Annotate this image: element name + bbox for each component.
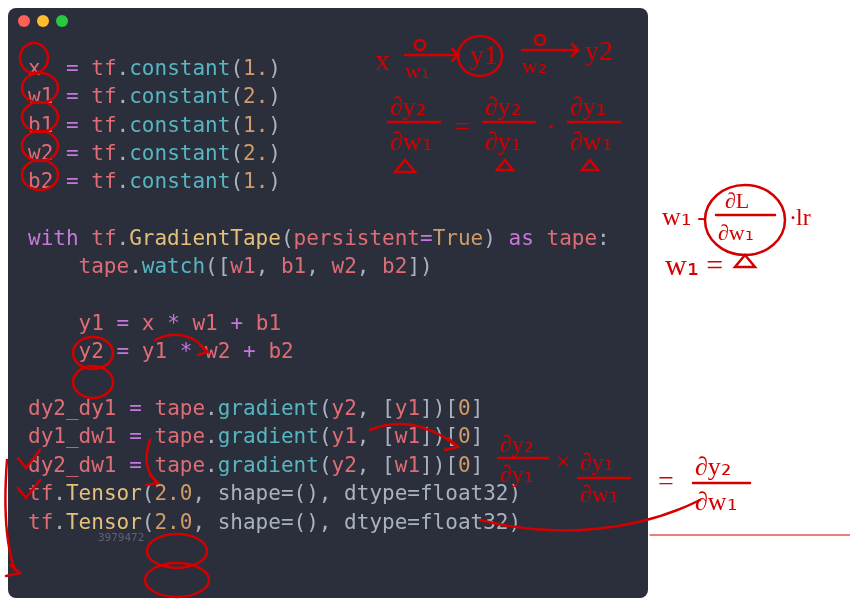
tensor-val-1: 2.0 [154,481,192,505]
svg-text:w₁ -: w₁ - [662,202,706,231]
var-w2: w2 [28,141,53,165]
zoom-icon[interactable] [56,15,68,27]
svg-point-27 [705,185,785,255]
close-icon[interactable] [18,15,30,27]
var-x: x [28,56,41,80]
svg-text:=: = [658,465,674,496]
code-block: x = tf.constant(1.) w1 = tf.constant(2.)… [8,34,648,574]
titlebar [8,8,648,34]
var-w1: w1 [28,84,53,108]
svg-text:∂w₁: ∂w₁ [718,220,754,245]
watermark: 3979472 [98,531,144,544]
svg-text:∂L: ∂L [725,188,749,213]
var-b2: b2 [28,169,53,193]
minimize-icon[interactable] [37,15,49,27]
svg-text:·lr: ·lr [790,204,811,230]
tensor-val-2: 2.0 [154,510,192,534]
svg-text:∂y₂: ∂y₂ [695,452,731,481]
svg-text:∂w₁: ∂w₁ [695,487,737,516]
var-b1: b1 [28,113,53,137]
var-y2: y2 [79,339,104,363]
code-window: x = tf.constant(1.) w1 = tf.constant(2.)… [8,8,648,598]
var-y1: y1 [79,311,104,335]
svg-text:w₁ =: w₁ = [665,248,723,281]
